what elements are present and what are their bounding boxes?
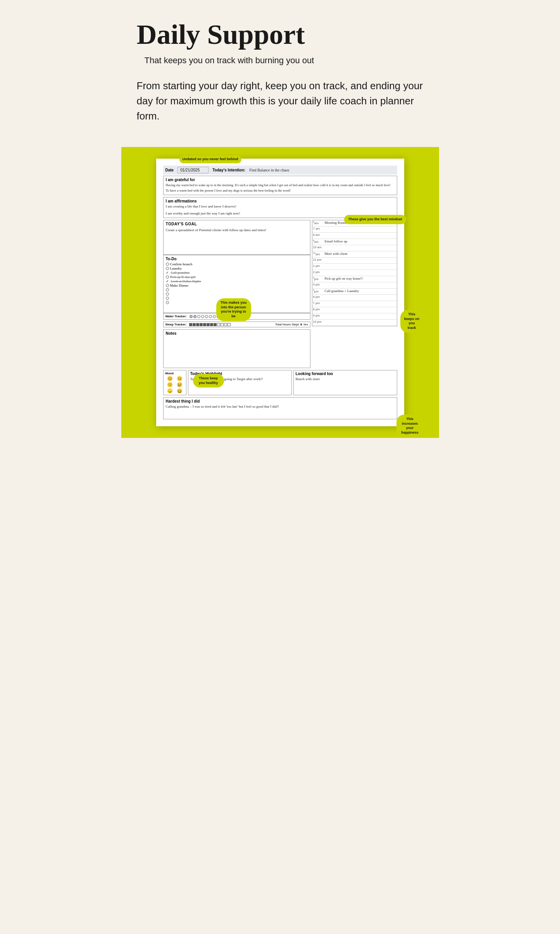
water-dot <box>213 315 216 318</box>
water-tracker <box>190 315 220 318</box>
date-label: Date <box>165 168 174 172</box>
schedule-section: 6am Morning Routine 7 am 8 am 9am <box>312 220 397 326</box>
schedule-row: 11am Meet with client <box>312 251 397 258</box>
main-content-row: TODAY'S GOAL Create a spreadsheet of Pot… <box>163 220 397 368</box>
time-label: 7 pm <box>313 301 325 305</box>
time-label: 3pm <box>313 277 325 281</box>
notes-label: Notes <box>166 331 308 336</box>
sleep-seg <box>207 323 210 326</box>
sleep-unit: hrs <box>303 323 308 326</box>
time-label: 7 am <box>313 227 325 230</box>
schedule-row: 8 pm <box>312 307 397 313</box>
todo-text: Pick up B-day gift <box>170 275 196 279</box>
goal-label: TODAY'S GOAL <box>166 222 308 226</box>
sleep-seg <box>224 323 227 326</box>
hardest-section: Hardest thing I did Calling grandma – I … <box>163 397 397 419</box>
time-label: 12 pm <box>313 258 325 261</box>
time-label: 6am <box>313 221 325 225</box>
hardest-text: Calling grandma – I was so tired and it … <box>166 404 395 417</box>
time-label: 1 pm <box>313 264 325 268</box>
page-subtitle: That keeps you on track with burning you… <box>145 55 424 67</box>
date-intention-row: Date 01/21/2025 Today's Intention: Find … <box>163 166 397 175</box>
todo-text <box>170 292 171 296</box>
todo-text: Call grandma <box>171 271 190 275</box>
schedule-row: 7 am <box>312 227 397 233</box>
schedule-event: Meet with client <box>325 252 348 256</box>
time-label: 8 am <box>313 233 325 237</box>
todo-label: To-Do <box>166 257 308 261</box>
time-label: 10 am <box>313 246 325 249</box>
header-section: Daily Support That keeps you on track wi… <box>121 0 439 147</box>
todo-item: Pick up B-day gift <box>166 275 308 279</box>
sleep-seg <box>221 323 224 326</box>
schedule-row: 4 pm <box>312 282 397 289</box>
sleep-seg <box>203 323 206 326</box>
todo-text: Look at Dallas flights <box>171 279 201 283</box>
sleep-total: 8 <box>300 323 302 326</box>
grateful-text: Having my warm bed to wake up to in the … <box>166 183 395 193</box>
todo-item: Make Dinner <box>166 284 308 287</box>
todo-check <box>166 284 169 287</box>
notes-section: Notes <box>163 329 310 368</box>
sleep-seg <box>217 323 220 326</box>
todo-check <box>166 301 169 304</box>
todo-item: ✓ Call grandma <box>166 271 308 275</box>
goal-section: TODAY'S GOAL Create a spreadsheet of Pot… <box>163 220 310 255</box>
callout-undated: Undated so you never feel behind <box>179 156 241 163</box>
water-dot <box>209 315 212 318</box>
schedule-row: 12 pm <box>312 258 397 264</box>
sleep-seg <box>193 323 196 326</box>
left-column: TODAY'S GOAL Create a spreadsheet of Pot… <box>163 220 310 368</box>
sleep-bar <box>189 323 274 326</box>
intention-label: Today's Intention: <box>212 168 245 172</box>
mood-section: Mood 😊 😐 🙁 😢 😞 😄 <box>163 370 186 395</box>
schedule-row: 10 am <box>312 245 397 251</box>
schedule-event: Call grandma + Laundry <box>325 289 359 293</box>
water-dot <box>193 315 196 318</box>
page-title: Daily Support <box>137 19 424 50</box>
looking-text: Bunch with sister <box>296 377 395 382</box>
time-label: 8 pm <box>313 308 325 311</box>
schedule-event: Email follow up <box>325 239 348 243</box>
grateful-section: I am grateful for Having my warm bed to … <box>163 176 397 195</box>
callout-happiness: This increases your happiness <box>396 415 424 438</box>
schedule-event: Pick up gift on way home!! <box>325 277 363 280</box>
time-label: 9am <box>313 239 325 244</box>
time-label: 10 pm <box>313 320 325 323</box>
sleep-seg <box>214 323 217 326</box>
mood-face: 😊 <box>165 376 174 381</box>
todo-text: Make Dinner <box>170 284 189 287</box>
water-dot <box>205 315 208 318</box>
date-value: 01/21/2025 <box>177 167 208 173</box>
intention-value: Find Balance in the chaos <box>249 167 289 173</box>
schedule-row: 3pm Pick up gift on way home!! <box>312 276 397 282</box>
mood-face: 🙁 <box>165 382 174 387</box>
todo-item: ✓ Look at Dallas flights <box>166 279 308 283</box>
todo-item <box>166 292 308 296</box>
schedule-row: 1 pm <box>312 264 397 270</box>
goal-text: Create a spreadsheet of Potential client… <box>166 227 308 233</box>
water-dot <box>201 315 204 318</box>
sleep-seg <box>196 323 199 326</box>
schedule-row: 6 pm <box>312 295 397 301</box>
page-wrapper: Daily Support That keeps you on track wi… <box>121 0 439 438</box>
schedule-row: 8 am <box>312 233 397 239</box>
todo-check <box>166 292 169 296</box>
todo-text: Laundry <box>170 266 182 270</box>
water-label: Water Tracker: <box>165 315 187 318</box>
time-label: 5pm <box>313 289 325 293</box>
todo-item: Laundry <box>166 266 308 270</box>
todo-check <box>166 275 169 278</box>
schedule-row: 2 pm <box>312 270 397 276</box>
todo-item <box>166 288 308 292</box>
todo-check <box>166 267 169 270</box>
mood-face: 😄 <box>175 388 184 394</box>
right-column: 6am Morning Routine 7 am 8 am 9am <box>312 220 397 368</box>
sleep-label: Sleep Tracker: <box>165 323 187 326</box>
sleep-seg <box>200 323 203 326</box>
todo-text <box>170 301 171 304</box>
sleep-seg <box>189 323 192 326</box>
mood-face: 😐 <box>175 376 184 381</box>
schedule-row: 5pm Call grandma + Laundry <box>312 289 397 295</box>
schedule-row: 10 pm <box>312 320 397 326</box>
